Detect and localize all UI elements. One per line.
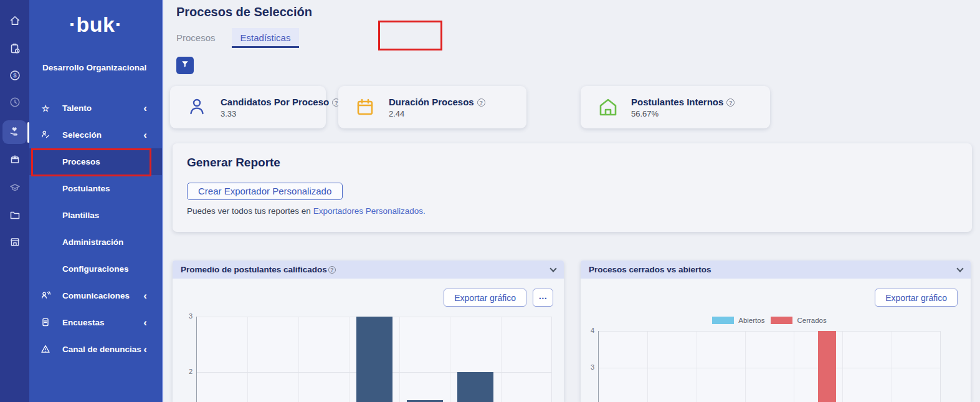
legend-swatch [771,317,792,324]
chevron-left-icon: ‹ [143,130,147,140]
y-axis-tick: 3 [173,312,193,320]
rail-item-payroll[interactable]: $ [2,65,27,89]
grouped-bar-chart-plot [598,331,941,402]
report-caption: Puedes ver todos tus reportes en Exporta… [187,206,426,216]
tab-estadisticas[interactable]: Estadísticas [232,28,300,48]
stat-value: 2.44 [389,109,485,118]
page-title: Procesos de Selección [176,5,312,19]
rail-item-home[interactable] [2,10,27,34]
sidebar-item-postulantes[interactable]: Postulantes [29,175,162,202]
stat-value: 56.67% [631,109,735,118]
svg-text:$: $ [13,72,17,79]
chevron-left-icon: ‹ [143,317,147,328]
chart-header-promedio[interactable]: Promedio de postulantes calificados? [173,261,564,279]
person-icon [187,97,208,118]
export-chart-button[interactable]: Exportar gráfico [875,289,958,307]
rail-active-indicator [27,122,29,143]
bar-chart-plot [196,317,552,402]
sidebar-item-talento[interactable]: ☆ Talento ‹ [29,95,162,122]
sidebar-item-plantillas[interactable]: Plantillas [29,202,162,229]
filter-button[interactable] [176,57,194,74]
chevron-left-icon: ‹ [143,344,147,355]
help-icon[interactable]: ? [726,98,735,107]
person-speaking-icon [39,290,52,302]
legend-item[interactable]: Abiertos [712,317,764,324]
chart-bar [818,331,836,402]
rail-item-attendance[interactable] [2,38,27,62]
annotation-box-tab-estadisticas [378,21,442,50]
chart-legend: AbiertosCerrados [598,316,941,325]
chart-body: Exportar gráfico ⋯ 32 [173,279,564,402]
sidebar-item-administracion[interactable]: Administración [29,229,162,256]
chart-body: Exportar gráfico AbiertosCerrados 43 [581,279,971,402]
report-heading: Generar Reporte [187,156,280,170]
warning-triangle-icon [39,344,52,355]
create-exporter-button[interactable]: Crear Exportador Personalizado [187,183,343,200]
chevron-down-icon[interactable] [956,265,963,272]
hand-heart-icon [8,125,21,140]
storefront-icon [9,236,21,251]
legend-label: Cerrados [797,317,826,324]
legend-swatch [712,317,734,324]
exporters-link[interactable]: Exportadores Personalizados. [313,206,426,216]
chart-bar [356,317,392,402]
stat-card-candidatos: Candidatos Por Proceso? 3.33 [170,86,326,128]
stat-value: 3.33 [221,109,340,118]
chevron-left-icon: ‹ [143,290,147,301]
legend-item[interactable]: Cerrados [771,317,826,324]
y-axis-tick: 4 [581,327,594,334]
house-icon [597,97,619,118]
sidebar-item-comunicaciones[interactable]: Comunicaciones ‹ [29,282,162,309]
folder-icon [9,209,21,224]
stat-cards-row: Candidatos Por Proceso? 3.33 Duración Pr… [170,86,770,128]
coin-icon: $ [9,69,21,84]
rail-item-time[interactable] [2,92,27,115]
sidebar-item-seleccion[interactable]: Selección ‹ [29,122,162,148]
rail-item-documents[interactable] [2,204,27,228]
sidebar-nav: ☆ Talento ‹ Selección ‹ Procesos Postula… [29,95,162,363]
help-icon[interactable]: ? [328,266,336,274]
rail-item-training[interactable] [2,177,27,201]
tab-procesos[interactable]: Procesos [176,28,224,47]
main-content: Procesos de Selección Procesos Estadísti… [163,0,980,402]
funnel-icon [181,60,189,71]
generate-report-panel: Generar Reporte Crear Exportador Persona… [173,143,972,232]
app-window: $ ·buk· Desarrollo Organizacional ☆ Tale… [0,0,980,402]
rail-item-talent[interactable] [2,120,27,144]
chart-title: Promedio de postulantes calificados [181,265,327,274]
icon-rail: $ [0,0,29,402]
chart-title: Procesos cerrados vs abiertos [589,265,711,274]
chart-bar [407,400,443,402]
chart-header-cerrados-abiertos[interactable]: Procesos cerrados vs abiertos [581,261,971,279]
stat-card-postulantes-internos: Postulantes Internos? 56.67% [581,86,770,128]
legend-label: Abiertos [738,317,764,324]
sidebar-item-configuraciones[interactable]: Configuraciones [29,256,162,282]
star-icon: ☆ [39,104,52,113]
rail-item-benefits[interactable] [2,148,27,172]
home-icon [9,14,21,29]
person-edit-icon [39,130,52,141]
sidebar-section-label: Desarrollo Organizacional [42,63,162,72]
chevron-left-icon: ‹ [143,103,147,113]
graduation-cap-icon [9,181,21,196]
sidebar-item-encuestas[interactable]: Encuestas ‹ [29,309,162,336]
tab-bar: Procesos Estadísticas [176,28,299,48]
chevron-down-icon[interactable] [549,265,556,272]
chart-panel-cerrados-abiertos: Procesos cerrados vs abiertos Exportar g… [581,261,971,402]
clipboard-clock-icon [9,42,21,57]
rail-item-company[interactable] [2,231,27,255]
y-axis-tick: 3 [581,363,594,371]
calendar-icon [355,97,376,118]
chart-bar [457,372,493,402]
document-icon [39,317,52,328]
export-chart-button[interactable]: Exportar gráfico [444,289,526,307]
help-icon[interactable]: ? [477,98,485,107]
sidebar-item-procesos[interactable]: Procesos [29,148,162,175]
chart-panel-promedio: Promedio de postulantes calificados? Exp… [173,261,564,402]
y-axis-tick: 2 [173,368,193,375]
stat-card-duracion: Duración Procesos? 2.44 [338,86,526,128]
sidebar: ·buk· Desarrollo Organizacional ☆ Talent… [29,0,163,402]
sidebar-item-canal-denuncias[interactable]: Canal de denuncias ‹ [29,336,162,363]
clock-icon [9,96,21,111]
more-options-button[interactable]: ⋯ [533,289,553,307]
